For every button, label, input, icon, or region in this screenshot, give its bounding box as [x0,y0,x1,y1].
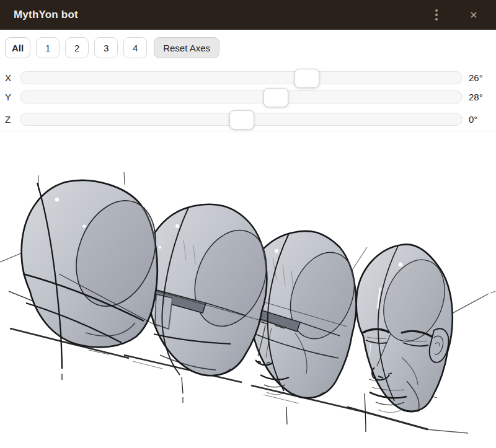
window-title: MythYon bot [14,9,78,21]
slider-x-label: X [5,72,20,83]
axis-sliders: X 26° Y 28° Z 0° [0,68,496,129]
viewport[interactable] [0,147,496,448]
filter-button-4[interactable]: 4 [123,37,147,58]
panel-divider [0,131,496,131]
filter-button-all[interactable]: All [5,37,30,58]
reset-axes-button[interactable]: Reset Axes [154,37,219,58]
head-stage-1 [22,172,170,380]
slider-y-track[interactable] [20,90,463,103]
slider-row-y: Y 28° [0,87,496,107]
slider-z-thumb[interactable] [229,110,254,130]
close-icon[interactable]: ✕ [465,6,482,24]
slider-z-value: 0° [463,114,492,125]
slider-y-thumb[interactable] [264,88,288,107]
head-construction-illustration [0,147,496,448]
filter-button-3[interactable]: 3 [94,37,118,58]
head-stage-2 [143,204,279,403]
slider-y-value: 28° [463,92,492,102]
filter-toolbar: All 1 2 3 4 Reset Axes [5,37,219,58]
slider-x-value: 26° [463,72,492,83]
kebab-menu-icon[interactable] [428,6,445,24]
slider-y-label: Y [5,92,20,102]
slider-z-label: Z [5,114,20,125]
head-stage-4 [356,244,456,432]
slider-x-track[interactable] [20,71,463,84]
slider-z-track[interactable] [20,113,463,126]
slider-row-x: X 26° [0,68,496,87]
slider-row-z: Z 0° [0,110,496,129]
filter-button-2[interactable]: 2 [65,37,89,58]
slider-x-thumb[interactable] [294,69,319,88]
filter-button-1[interactable]: 1 [36,37,60,58]
titlebar: MythYon bot ✕ [0,0,496,30]
